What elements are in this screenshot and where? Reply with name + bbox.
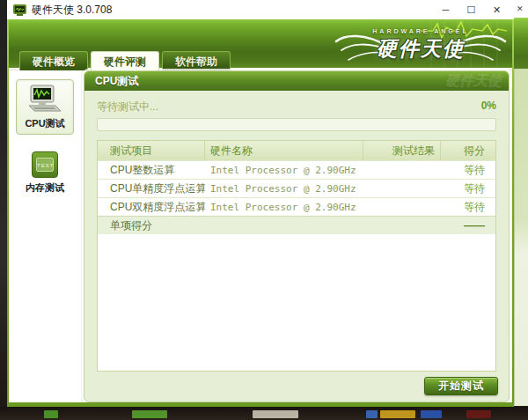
column-header-test-item: 测试项目 [98, 141, 205, 160]
sidebar-item-cpu-test[interactable]: CPU测试 [16, 79, 74, 135]
progress-percent: 0% [481, 99, 496, 114]
test-result-cell [363, 198, 441, 216]
score-cell: 等待 [441, 198, 495, 216]
hardware-name-cell: Intel Processor @ 2.90GHz [205, 161, 363, 179]
start-test-button[interactable]: 开始测试 [424, 377, 498, 395]
test-result-cell [363, 161, 441, 179]
test-item-cell: CPU整数运算 [98, 161, 205, 179]
desktop-icon [132, 410, 167, 418]
tab-hardware-overview[interactable]: 硬件概览 [19, 51, 88, 70]
desktop-taskbar-strip [0, 407, 528, 420]
close-button[interactable]: ✕ [484, 0, 510, 19]
desktop-icon [421, 410, 442, 418]
sidebar-item-label: 内存测试 [16, 181, 74, 195]
table-footer-row: 单项得分 —— [98, 216, 495, 234]
column-header-test-result: 测试结果 [363, 141, 441, 160]
column-header-score: 得分 [441, 141, 495, 160]
desktop-icon [253, 410, 298, 418]
section-header-watermark: 硬件天使 [445, 71, 502, 91]
total-score-label: 单项得分 [98, 217, 205, 234]
empty-cell [205, 217, 363, 234]
test-result-cell [363, 180, 441, 197]
app-window: 硬件天使 3.0.708 ─ ☐ ✕ [7, 0, 514, 407]
table-row[interactable]: CPU单精度浮点运算 Intel Processor @ 2.90GHz 等待 [98, 179, 495, 197]
progress-bar [97, 118, 496, 131]
computer-monitor-icon [27, 85, 62, 114]
hardware-name-cell: Intel Processor @ 2.90GHz [205, 198, 363, 216]
titlebar: 硬件天使 3.0.708 ─ ☐ ✕ [7, 0, 514, 19]
sidebar: CPU测试 TEST 内存测试 [9, 70, 81, 402]
window-body: HARDWARE ANGEL 硬件天使 硬件概览 硬件评测 软件帮助 [7, 19, 514, 407]
score-cell: 等待 [441, 161, 495, 179]
minimize-button[interactable]: ─ [433, 0, 458, 19]
column-header-hardware-name: 硬件名称 [205, 141, 363, 160]
section-title: CPU测试 [95, 75, 138, 87]
desktop-icon [366, 410, 378, 418]
logo-subtitle: HARDWARE ANGEL [334, 28, 507, 34]
sidebar-item-memory-test[interactable]: TEST 内存测试 [16, 144, 74, 198]
window-title: 硬件天使 3.0.708 [32, 3, 112, 18]
logo-title: 硬件天使 [334, 35, 507, 63]
table-row[interactable]: CPU双精度浮点运算 Intel Processor @ 2.90GHz 等待 [98, 197, 495, 216]
sidebar-item-label: CPU测试 [17, 117, 73, 130]
memory-chip-icon: TEST [32, 151, 58, 178]
desktop-icon [466, 410, 491, 418]
memory-chip-label: TEST [36, 158, 54, 172]
main-panel: CPU测试 硬件天使 等待测试中... 0% 测试项目 硬件名称 测试结果 得分 [84, 70, 510, 402]
desktop-icon [380, 410, 415, 418]
table-header-row: 测试项目 硬件名称 测试结果 得分 [98, 141, 495, 160]
header-band: HARDWARE ANGEL 硬件天使 硬件概览 硬件评测 软件帮助 [9, 19, 512, 70]
app-area: HARDWARE ANGEL 硬件天使 硬件概览 硬件评测 软件帮助 [9, 19, 512, 402]
table-row[interactable]: CPU整数运算 Intel Processor @ 2.90GHz 等待 [98, 160, 495, 179]
section-header: CPU测试 硬件天使 [84, 71, 509, 91]
status-text: 等待测试中... [97, 99, 158, 114]
score-cell: 等待 [441, 180, 495, 197]
tab-software-help[interactable]: 软件帮助 [162, 51, 231, 70]
test-item-cell: CPU双精度浮点运算 [98, 198, 205, 216]
maximize-button[interactable]: ☐ [458, 0, 484, 19]
background-window-close-icon[interactable]: ✕ [514, 0, 528, 18]
window-controls: ─ ☐ ✕ [433, 0, 510, 19]
tab-hardware-benchmark[interactable]: 硬件评测 [91, 51, 159, 70]
test-item-cell: CPU单精度浮点运算 [98, 180, 205, 197]
hardware-name-cell: Intel Processor @ 2.90GHz [205, 180, 363, 197]
status-row: 等待测试中... 0% [97, 99, 496, 114]
app-icon [13, 4, 26, 16]
empty-cell [363, 217, 441, 234]
background-window: ✕ [514, 0, 528, 406]
background-window-header [514, 18, 528, 69]
hardware-angel-logo: HARDWARE ANGEL 硬件天使 [334, 20, 507, 68]
tab-bar: 硬件概览 硬件评测 软件帮助 [19, 51, 233, 70]
desktop-left-strip [0, 0, 7, 420]
desktop-icon [44, 410, 58, 418]
total-score-value: —— [441, 217, 495, 234]
background-window-body [514, 69, 528, 405]
benchmark-table: 测试项目 硬件名称 测试结果 得分 CPU整数运算 Intel Processo… [97, 140, 496, 372]
